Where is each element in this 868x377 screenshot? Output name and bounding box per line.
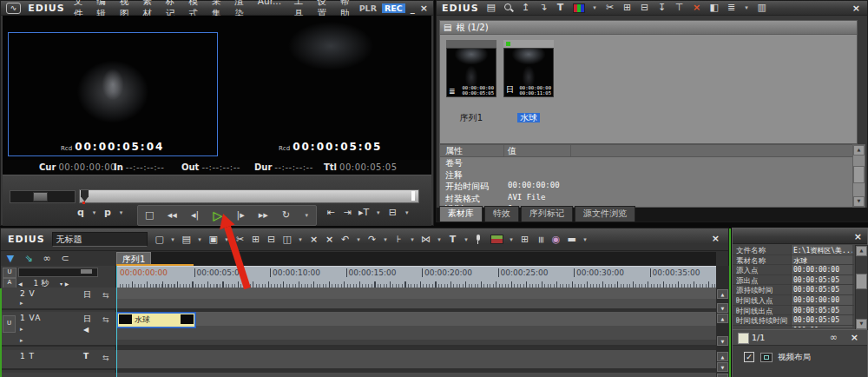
copy-icon[interactable]: ⊞ [251, 234, 261, 246]
set-in-point-icon[interactable]: q [76, 207, 86, 219]
track-lane-2v[interactable] [116, 288, 716, 310]
info-row[interactable]: 时间线出点00:00:05:05 [733, 306, 854, 316]
delete-icon[interactable]: × [325, 234, 335, 246]
seek-bar[interactable] [79, 189, 419, 203]
up-folder-icon[interactable]: ↥ [521, 2, 531, 14]
cut-icon[interactable]: ✂ [235, 234, 246, 246]
add-cut-point-icon[interactable]: ⊦ [394, 234, 404, 246]
bin-folder-path[interactable]: ▤ 根 (1/2) [440, 21, 857, 35]
expand-icon[interactable]: ▸ [20, 300, 23, 307]
delete-icon[interactable]: × [692, 2, 702, 14]
scroll-down-icon[interactable]: ▼ [856, 319, 867, 329]
patch-icon[interactable]: ⇆ [102, 291, 109, 300]
toolbox-icon[interactable]: ▥ [757, 2, 767, 14]
bin-scrollbar[interactable]: ▲ ▼ [852, 144, 865, 208]
info-row[interactable]: 素材名称水球 [733, 255, 854, 266]
new-folder-icon[interactable]: ▤ [486, 2, 496, 14]
expand-icon[interactable]: ▸ [20, 337, 23, 344]
shuttle-handle[interactable] [33, 192, 48, 202]
insert-mode-icon[interactable]: ▼ [5, 253, 16, 265]
property-row[interactable]: 开始时间码00:00:00:00 [440, 181, 857, 193]
play-around-cursor-icon[interactable]: ▸T [358, 207, 369, 219]
info-row[interactable]: 源入点00:00:00:00 [733, 265, 854, 275]
track-select-u-button[interactable]: U [3, 315, 16, 333]
timeline-scale-control[interactable]: ◀ 1 秒 ▾ ▶ [18, 278, 96, 288]
track-scroll-down-icon[interactable]: ▼ [717, 303, 728, 313]
effect-delete-icon[interactable]: × [851, 332, 858, 343]
fast-forward-icon[interactable]: ▸▸ [258, 209, 268, 222]
play-icon[interactable]: ▷ [213, 209, 223, 222]
info-row[interactable]: 时间线持续时间00:00:05:05 [733, 315, 854, 326]
paste-icon[interactable]: ⊟ [640, 2, 650, 14]
effect-item-label[interactable]: 视频布局 [778, 352, 811, 363]
title-icon[interactable]: T [448, 234, 458, 246]
export-menu-icon[interactable]: ▾ [404, 207, 410, 219]
set-in-menu-icon[interactable]: ▾ [91, 207, 97, 219]
audio-mixer-icon[interactable]: ≡ [535, 235, 547, 245]
timeline-ruler[interactable]: 00:00:00:0000:00:05:0000:00:10:0000:00:1… [116, 266, 716, 288]
track-scroll-up-icon[interactable]: ▲ [717, 352, 728, 361]
expand-icon[interactable]: ▸ [20, 326, 23, 333]
new-sequence-icon[interactable]: ▢ [155, 234, 165, 246]
save-project-menu-icon[interactable]: ▾ [224, 234, 230, 246]
timeline-close-button[interactable]: × [712, 233, 720, 244]
sync-lock-icon[interactable]: ∞ [42, 253, 52, 265]
property-row[interactable]: 卷号 [440, 157, 857, 169]
speaker-icon[interactable]: ◀ [83, 326, 89, 334]
create-title-icon[interactable]: T [556, 2, 566, 14]
set-out-menu-icon[interactable]: ▾ [118, 207, 124, 219]
insert-between-icon[interactable]: ◫ [282, 234, 293, 246]
export-icon[interactable]: ⊟ [387, 207, 398, 219]
open-project-menu-icon[interactable]: ▾ [197, 234, 203, 246]
tab-bin[interactable]: 素材库 [439, 206, 483, 222]
snap-mode-icon[interactable]: ⊂ [60, 253, 70, 265]
loop-icon[interactable]: ↻ [281, 209, 292, 222]
track-lane-1va[interactable] [116, 312, 716, 347]
zoom-slider-handle[interactable] [81, 269, 92, 274]
property-row[interactable]: 封装格式AVI File [440, 193, 857, 205]
screen-layout-menu-icon[interactable]: ▾ [582, 234, 589, 246]
redo-icon[interactable]: ↷ [367, 234, 378, 246]
tab-effects[interactable]: 特效 [484, 206, 519, 222]
stop-icon[interactable]: □ [144, 209, 155, 222]
track-scroll-up-icon[interactable]: ▲ [717, 374, 728, 377]
transition-menu-icon[interactable]: ▾ [437, 234, 443, 246]
track-header-1va[interactable]: U 1 VA 日 ▸ ◀ ▸ ⇆ [1, 312, 116, 347]
transition-icon[interactable]: ⋈ [421, 234, 431, 246]
view-mode-menu-icon[interactable]: ▾ [744, 2, 750, 14]
properties-icon[interactable]: ◧ [709, 2, 720, 14]
export-menu-icon[interactable]: ▾ [509, 234, 515, 246]
timeline-clip-waterball[interactable]: 水球 [117, 313, 195, 327]
undo-menu-icon[interactable]: ▾ [356, 234, 362, 246]
redo-menu-icon[interactable]: ▾ [383, 234, 389, 246]
set-poster-frame-icon[interactable]: ⊤ [674, 2, 685, 14]
set-out-point-icon[interactable]: p [102, 207, 113, 219]
glasses-icon[interactable]: ∞ [830, 332, 838, 343]
color-wheel-icon[interactable]: ◉ [551, 234, 562, 246]
copy-icon[interactable]: ⊞ [622, 2, 633, 14]
bin-close-button[interactable]: × [852, 3, 860, 14]
clip-name-selected[interactable]: 水球 [503, 112, 554, 124]
paste-icon[interactable]: ⊟ [266, 234, 277, 246]
track-header-1t[interactable]: 1 T T ⇆ [1, 350, 116, 370]
loop-menu-icon[interactable]: ▾ [304, 209, 310, 222]
new-sequence-menu-icon[interactable]: ▾ [170, 234, 176, 246]
close-button[interactable]: × [420, 3, 428, 14]
ripple-delete-icon[interactable]: × [309, 234, 319, 246]
import-icon[interactable]: ↴ [538, 2, 549, 14]
save-project-icon[interactable]: ▣ [208, 234, 219, 246]
timeline-zoom-slider[interactable] [18, 268, 98, 277]
minimize-button[interactable]: _ [411, 3, 415, 13]
bin-clip-waterball[interactable]: 日 00:00:00:0000:00:11:05 水球 [503, 40, 554, 109]
open-project-icon[interactable]: ▤ [181, 234, 192, 246]
seek-position-marker[interactable] [81, 190, 89, 202]
scroll-thumb[interactable] [853, 166, 865, 183]
voiceover-icon[interactable] [475, 235, 485, 245]
scroll-up-icon[interactable]: ▲ [853, 145, 865, 155]
info-row-clipped[interactable]: 速度100.00% [733, 326, 854, 327]
cut-icon[interactable]: ✂ [605, 2, 615, 14]
track-scroll-up-icon[interactable]: ▲ [717, 289, 728, 299]
track-scroll-down-icon[interactable]: ▼ [717, 336, 728, 346]
scroll-up-icon[interactable]: ▲ [856, 246, 867, 256]
shuttle-slider[interactable] [10, 190, 76, 203]
